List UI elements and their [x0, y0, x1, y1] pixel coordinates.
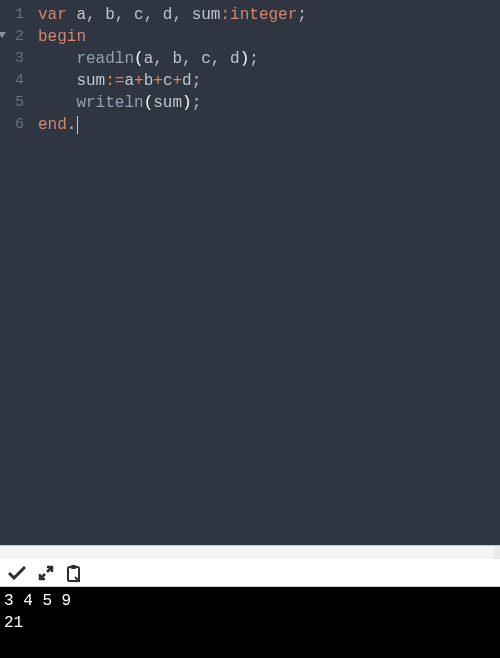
- expand-icon[interactable]: [38, 563, 54, 583]
- token: d: [163, 6, 173, 24]
- scrollbar-thumb[interactable]: [0, 546, 494, 559]
- code-line[interactable]: writeln(sum);: [38, 92, 500, 114]
- token: b: [105, 6, 115, 24]
- token: readln: [76, 50, 134, 68]
- token: [38, 94, 76, 112]
- token: [38, 50, 76, 68]
- token: ): [240, 50, 250, 68]
- token: ,: [211, 50, 230, 68]
- paste-icon[interactable]: [66, 563, 82, 583]
- token: b: [172, 50, 182, 68]
- token: a: [144, 50, 154, 68]
- token: ;: [297, 6, 307, 24]
- token: sum: [76, 72, 105, 90]
- token: sum: [153, 94, 182, 112]
- token: ,: [182, 50, 201, 68]
- code-line[interactable]: sum:=a+b+c+d;: [38, 70, 500, 92]
- token: c: [134, 6, 144, 24]
- line-number: 6: [0, 114, 24, 136]
- token: writeln: [76, 94, 143, 112]
- token: b: [144, 72, 154, 90]
- token: ,: [172, 6, 191, 24]
- token: (: [144, 94, 154, 112]
- code-editor[interactable]: 123456 var a, b, c, d, sum:integer;begin…: [0, 0, 500, 545]
- token: c: [201, 50, 211, 68]
- console-toolbar: [0, 559, 500, 587]
- svg-rect-3: [71, 565, 76, 569]
- token: sum: [192, 6, 221, 24]
- code-line[interactable]: end.: [38, 114, 500, 136]
- accept-icon[interactable]: [8, 563, 26, 583]
- token: :: [105, 72, 115, 90]
- code-line[interactable]: begin: [38, 26, 500, 48]
- token: ;: [249, 50, 259, 68]
- token: =: [115, 72, 125, 90]
- console-input-line: 3 4 5 9: [4, 592, 71, 610]
- code-area[interactable]: var a, b, c, d, sum:integer;begin readln…: [30, 0, 500, 545]
- token: d: [182, 72, 192, 90]
- token: a: [76, 6, 86, 24]
- line-number: 3: [0, 48, 24, 70]
- output-console[interactable]: 3 4 5 9 21: [0, 587, 500, 658]
- token: ,: [144, 6, 163, 24]
- line-number: 2: [0, 26, 24, 48]
- token: ;: [192, 94, 202, 112]
- token: end: [38, 116, 67, 134]
- line-number: 4: [0, 70, 24, 92]
- token: ;: [192, 72, 202, 90]
- token: d: [230, 50, 240, 68]
- token: a: [124, 72, 134, 90]
- token: var: [38, 6, 76, 24]
- code-line[interactable]: var a, b, c, d, sum:integer;: [38, 4, 500, 26]
- fold-icon[interactable]: [0, 32, 6, 38]
- token: +: [153, 72, 163, 90]
- token: +: [134, 72, 144, 90]
- token: ,: [86, 6, 105, 24]
- line-number: 1: [0, 4, 24, 26]
- horizontal-scrollbar[interactable]: [0, 545, 500, 559]
- code-line[interactable]: readln(a, b, c, d);: [38, 48, 500, 70]
- token: .: [67, 116, 77, 134]
- token: [38, 72, 76, 90]
- token: ,: [115, 6, 134, 24]
- line-number-gutter: 123456: [0, 0, 30, 545]
- token: ): [182, 94, 192, 112]
- text-cursor: [77, 116, 78, 134]
- token: :: [220, 6, 230, 24]
- token: integer: [230, 6, 297, 24]
- token: begin: [38, 28, 86, 46]
- token: (: [134, 50, 144, 68]
- token: +: [172, 72, 182, 90]
- line-number: 5: [0, 92, 24, 114]
- token: ,: [153, 50, 172, 68]
- console-output-line: 21: [4, 614, 23, 632]
